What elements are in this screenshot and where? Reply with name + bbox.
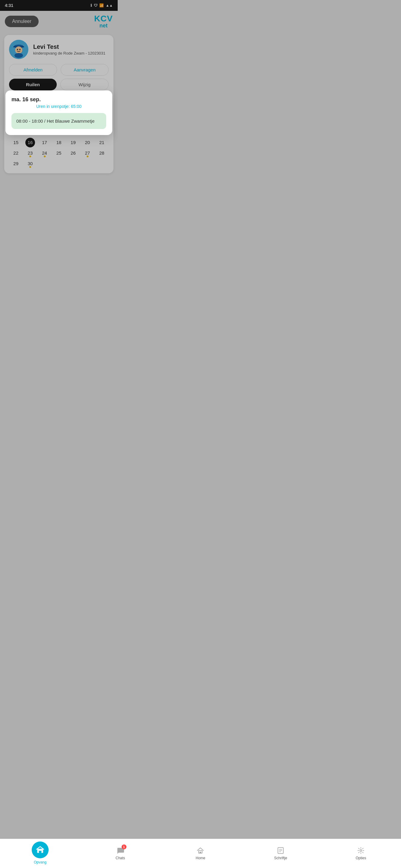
- svg-point-6: [15, 53, 23, 58]
- status-bar: 4:31 ℹ 🛡 📶 ▲▲: [0, 0, 118, 11]
- logo: KCV net: [94, 14, 113, 28]
- calendar-day[interactable]: 23: [23, 148, 37, 158]
- calendar-day[interactable]: 20: [81, 137, 94, 147]
- shield-icon: 🛡: [94, 3, 97, 7]
- sim-icon: 📶: [99, 3, 104, 7]
- profile-info: Levi Test kinderopvang de Rode Zwam - 12…: [33, 43, 109, 56]
- popup-hours: Uren in urenpotje: 65:00: [11, 104, 106, 109]
- calendar-day[interactable]: 30: [23, 158, 37, 168]
- top-bar: Annuleer KCV net: [0, 11, 118, 32]
- calendar-day: [52, 158, 65, 168]
- logo-net: net: [99, 23, 107, 28]
- calendar-day[interactable]: 27: [81, 148, 94, 158]
- logo-kcv: KCV: [94, 14, 113, 23]
- calendar-day[interactable]: 21: [95, 137, 109, 147]
- profile-name: Levi Test: [33, 43, 109, 50]
- ruilen-button[interactable]: Ruilen: [9, 79, 57, 90]
- annuleer-button[interactable]: Annuleer: [5, 16, 39, 27]
- calendar-day[interactable]: 29: [9, 158, 23, 168]
- calendar-day[interactable]: 25: [52, 148, 65, 158]
- profile-section: Levi Test kinderopvang de Rode Zwam - 12…: [9, 40, 109, 59]
- wijzig-button[interactable]: Wijzig: [60, 79, 109, 90]
- action-row-1: Afmelden Aanvragen: [9, 64, 109, 76]
- calendar-day[interactable]: 24: [38, 148, 51, 158]
- avatar: [9, 40, 28, 59]
- svg-point-5: [19, 49, 21, 50]
- calendar-day: [38, 158, 51, 168]
- status-icons: ℹ 🛡 📶 ▲▲: [90, 3, 113, 7]
- calendar-day[interactable]: 18: [52, 137, 65, 147]
- calendar-day[interactable]: 22: [9, 148, 23, 158]
- svg-point-4: [17, 49, 18, 50]
- action-row-2: Ruilen Wijzig: [9, 79, 109, 90]
- info-icon: ℹ: [90, 3, 92, 7]
- calendar-day[interactable]: 15: [9, 137, 23, 147]
- aanvragen-button[interactable]: Aanvragen: [61, 64, 109, 76]
- calendar-day: [66, 158, 80, 168]
- calendar-day[interactable]: 16: [25, 138, 35, 147]
- profile-subtitle: kinderopvang de Rode Zwam - 12023031: [33, 51, 109, 56]
- calendar-day[interactable]: 26: [66, 148, 80, 158]
- wifi-icon: ▲▲: [106, 3, 113, 7]
- status-time: 4:31: [5, 3, 13, 8]
- svg-point-3: [15, 46, 22, 54]
- popup-card: ma. 16 sep. Uren in urenpotje: 65:00 08:…: [5, 90, 112, 135]
- calendar-day[interactable]: 19: [66, 137, 80, 147]
- popup-date: ma. 16 sep.: [11, 96, 106, 103]
- calendar-day[interactable]: 28: [95, 148, 109, 158]
- calendar-day: [81, 158, 94, 168]
- calendar-day[interactable]: 17: [38, 137, 51, 147]
- popup-slot: 08:00 - 18:00 / Het Blauwe Zwammetje: [11, 113, 106, 129]
- afmelden-button[interactable]: Afmelden: [9, 64, 57, 76]
- calendar-day: [95, 158, 109, 168]
